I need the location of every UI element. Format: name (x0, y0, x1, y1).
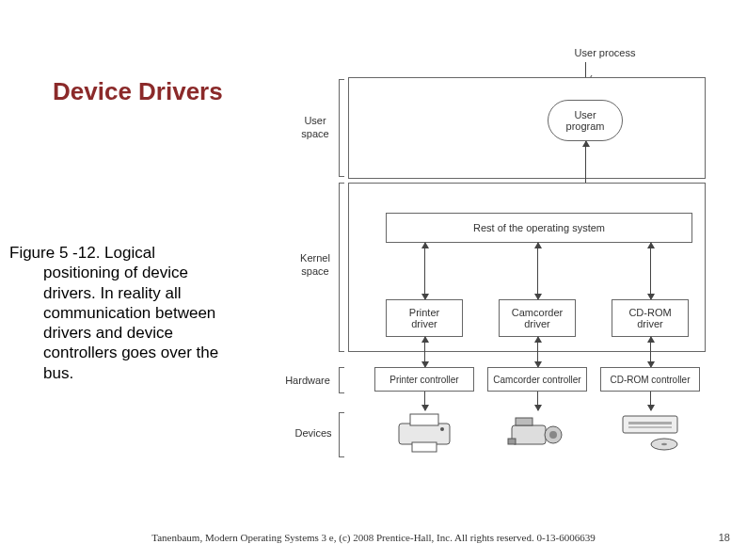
cdrom-driver-box: CD-ROM driver (612, 299, 689, 337)
arrow-os-to-cdrom-driver (650, 243, 651, 299)
printer-icon (393, 410, 455, 456)
rest-of-os-box: Rest of the operating system (386, 213, 692, 243)
arrow-printer-ctrl-to-device (424, 392, 425, 410)
slide-title: Device Drivers (53, 77, 223, 106)
arrow-cdrom-ctrl-to-device (650, 392, 651, 410)
label-user-process: User process (563, 47, 647, 58)
figure-caption: Figure 5 -12. Logical positioning of dev… (9, 243, 243, 383)
device-driver-diagram: User process User space Kernel space Har… (254, 47, 724, 480)
user-space-box (348, 77, 706, 179)
brace-kernel-space (339, 183, 344, 352)
svg-rect-5 (512, 425, 546, 444)
label-hardware: Hardware (277, 375, 339, 388)
svg-rect-3 (412, 442, 437, 452)
brace-user-space (339, 79, 344, 177)
label-devices: Devices (288, 427, 339, 440)
user-program-box: User program (548, 100, 623, 141)
arrow-camcorder-driver-to-ctrl (537, 337, 538, 367)
printer-driver-box: Printer driver (386, 299, 463, 337)
svg-rect-9 (508, 439, 516, 444)
cd-rom-drive-icon (619, 410, 681, 456)
brace-hardware (339, 367, 344, 393)
svg-rect-2 (410, 414, 438, 425)
caption-body: positioning of device drivers. In realit… (9, 263, 243, 383)
camcorder-icon (506, 410, 568, 456)
page-number: 18 (719, 532, 730, 543)
svg-point-4 (440, 427, 444, 431)
camcorder-driver-box: Camcorder driver (499, 299, 576, 337)
arrow-camcorder-ctrl-to-device (537, 392, 538, 410)
label-kernel-space: Kernel space (292, 252, 339, 279)
printer-controller-box: Printer controller (374, 367, 474, 392)
caption-first-line: Figure 5 -12. Logical (9, 244, 155, 262)
arrow-cdrom-driver-to-ctrl (650, 337, 651, 367)
arrow-printer-driver-to-ctrl (424, 337, 425, 367)
brace-devices (339, 412, 344, 457)
label-user-space: User space (294, 115, 337, 141)
footer-citation: Tanenbaum, Modern Operating Systems 3 e,… (0, 532, 747, 543)
camcorder-controller-box: Camcorder controller (487, 367, 587, 392)
svg-point-7 (549, 431, 557, 439)
svg-rect-8 (516, 418, 532, 425)
svg-rect-1 (399, 424, 450, 444)
svg-point-14 (661, 443, 667, 446)
cdrom-controller-box: CD-ROM controller (600, 367, 700, 392)
arrow-os-to-printer-driver (424, 243, 425, 299)
svg-rect-12 (628, 426, 672, 428)
arrow-os-to-camcorder-driver (537, 243, 538, 299)
svg-rect-11 (628, 422, 672, 424)
